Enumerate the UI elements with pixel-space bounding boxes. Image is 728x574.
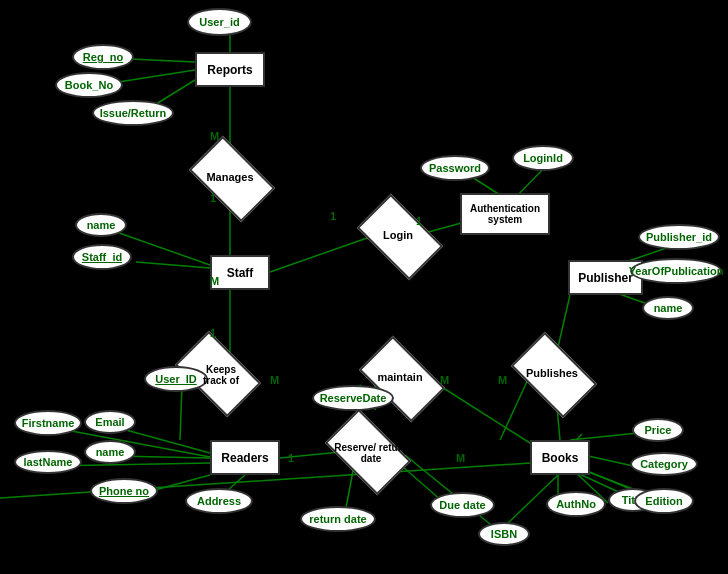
label-m4: M [440,374,449,386]
ellipse-due-date: Due date [430,492,495,518]
ellipse-name-pub: name [642,296,694,320]
ellipse-password: Password [420,155,490,181]
ellipse-phone-no: Phone no [90,478,158,504]
svg-line-11 [136,262,210,268]
ellipse-price: Price [632,418,684,442]
ellipse-lastname: lastName [14,450,82,474]
ellipse-staff-id: Staff_id [72,244,132,270]
ellipse-reserve-date: ReserveDate [312,385,394,411]
label-m3: M [270,374,279,386]
diamond-reserve-return: Reserve/ return date [326,425,416,480]
label-1-3: 1 [416,215,422,227]
ellipse-authno: AuthNo [546,491,606,517]
ellipse-user-id2: User_ID [144,366,208,392]
ellipse-name-reader: name [84,440,136,464]
svg-line-24 [228,475,245,490]
svg-line-35 [570,433,638,440]
label-1-1: 1 [210,192,216,204]
entity-books: Books [530,440,590,475]
ellipse-publisher-id: Publisher_id [638,224,720,250]
ellipse-year-pub: YearOfPublication [630,258,722,284]
ellipse-isbn: ISBN [478,522,530,546]
svg-line-6 [270,237,370,272]
ellipse-firstname: Firstname [14,410,82,436]
diamond-manages: Manages [190,152,270,202]
ellipse-loginid: LoginId [512,145,574,171]
ellipse-email: Email [84,410,136,434]
label-m6: M [456,452,465,464]
label-1-4: 1 [210,327,216,339]
ellipse-address: Address [185,488,253,514]
ellipse-issue-return: Issue/Return [92,100,174,126]
ellipse-category: Category [630,452,698,476]
label-m5: M [498,374,507,386]
ellipse-book-no: Book_No [55,72,123,98]
ellipse-name-staff: name [75,213,127,237]
ellipse-return-date: return date [300,506,376,532]
ellipse-user-id: User_id [187,8,252,36]
entity-reports: Reports [195,52,265,87]
label-1-2: 1 [330,210,336,222]
label-m1: M [210,130,219,142]
svg-line-37 [0,460,575,498]
er-diagram: Reports Staff Readers Books Publisher Au… [0,0,728,574]
ellipse-reg-no: Reg_no [72,44,134,70]
label-m2: M [210,275,219,287]
entity-readers: Readers [210,440,280,475]
diamond-login: Login [358,210,438,260]
diamond-publishes: Publishes [512,348,592,398]
label-1-5: 1 [288,452,294,464]
entity-auth-system: Authentication system [460,193,550,235]
ellipse-edition: Edition [634,488,694,514]
